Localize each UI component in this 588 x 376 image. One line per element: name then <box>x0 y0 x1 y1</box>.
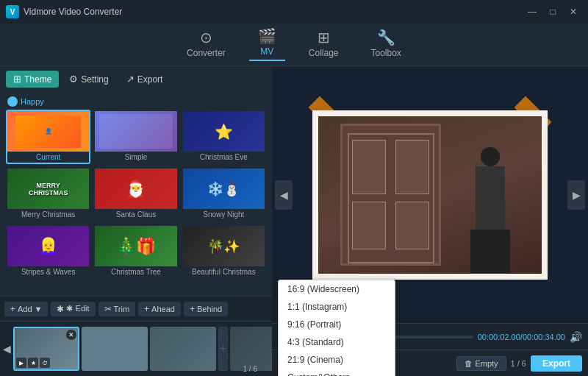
preview-img-inner <box>318 116 542 274</box>
theme-item-stripes-waves[interactable]: 👱‍♀️ Stripes & Waves <box>6 224 90 279</box>
tab-toolbox-label: Toolbox <box>371 48 401 58</box>
filmstrip-empty[interactable]: + <box>218 327 228 371</box>
theme-item-merry-christmas[interactable]: MERRYCHRISTMAS Merry Christmas <box>6 167 90 221</box>
theme-item-christmas-eve[interactable]: ⭐ Christmas Eve <box>182 110 266 164</box>
left-panel: ⊞ Theme ⚙ Setting ↗ Export Happy <box>0 66 272 376</box>
add-button[interactable]: + Add ▼ <box>4 302 48 316</box>
theme-row-3: 👱‍♀️ Stripes & Waves 🎄🎁 Christmas Tree 🎋… <box>3 223 269 280</box>
tab-collage-label: Collage <box>309 48 339 58</box>
merry-christmas-text: MERRYCHRISTMAS <box>27 180 70 198</box>
theme-item-current[interactable]: 👤 Current <box>6 110 90 164</box>
preview-nav-left[interactable]: ◀ <box>275 180 293 210</box>
theme-row-2: MERRYCHRISTMAS Merry Christmas 🎅 Santa C… <box>3 166 269 223</box>
theme-item-snowy-night[interactable]: ❄️⛄ Snowy Night <box>182 167 266 221</box>
filmstrip-nav-left[interactable]: ◀ <box>3 322 11 376</box>
theme-name-christmas-eve: Christmas Eve <box>200 152 248 163</box>
time-current: 00:00:02.00 <box>478 333 520 341</box>
edit-button[interactable]: ✱ ✱ Edit <box>51 302 95 316</box>
subtab-export-label: Export <box>137 74 163 85</box>
tab-collage[interactable]: ⊞ Collage <box>300 26 348 61</box>
trash-icon: 🗑 <box>465 359 473 368</box>
toolbox-icon: 🔧 <box>377 29 395 46</box>
theme-section-happy: Happy <box>3 95 269 108</box>
dropdown-item-instagram[interactable]: 1:1 (Instagram) <box>279 298 395 316</box>
filmstrip-item-1[interactable]: ✕ ▶ ★ ⏱ <box>13 327 79 371</box>
maximize-button[interactable]: □ <box>544 4 562 19</box>
close-button[interactable]: ✕ <box>564 4 582 19</box>
subtab-export[interactable]: ↗ Export <box>119 71 171 88</box>
count-badge: 1 / 6 <box>511 359 526 368</box>
trim-button[interactable]: ✂ Trim <box>98 302 136 316</box>
theme-item-christmas-tree[interactable]: 🎄🎁 Christmas Tree <box>93 224 178 279</box>
export-button[interactable]: Export <box>531 355 582 372</box>
theme-name-merry-christmas: Merry Christmas <box>21 209 75 220</box>
tab-converter-label: Converter <box>187 48 226 58</box>
tab-toolbox[interactable]: 🔧 Toolbox <box>362 26 410 61</box>
ahead-icon: + <box>144 304 149 314</box>
titlebar-controls[interactable]: — □ ✕ <box>523 4 582 19</box>
theme-name-snowy-night: Snowy Night <box>203 209 244 220</box>
trim-label: Trim <box>114 305 130 313</box>
setting-icon: ⚙ <box>69 74 78 85</box>
app-logo: V <box>6 5 19 18</box>
filmstrip-remove-1[interactable]: ✕ <box>66 330 76 340</box>
action-bar: 16:9 16:9 (Widescreen) 1:1 (Instagram) 9… <box>272 350 588 376</box>
titlebar: V Vidmore Video Converter — □ ✕ <box>0 0 588 24</box>
happy-label: Happy <box>21 97 44 106</box>
dropdown-item-cinema[interactable]: 21:9 (Cinema) <box>279 351 395 369</box>
collage-icon: ⊞ <box>318 29 330 46</box>
subtab-setting[interactable]: ⚙ Setting <box>62 71 115 88</box>
preview-image <box>312 110 548 280</box>
behind-button[interactable]: + Behind <box>184 302 228 316</box>
ratio-dropdown-container: 16:9 16:9 (Widescreen) 1:1 (Instagram) 9… <box>278 357 315 370</box>
add-dropdown-icon: ▼ <box>35 305 43 313</box>
dropdown-item-custom[interactable]: Custom&Others <box>279 369 395 377</box>
theme-thumb-christmas-eve: ⭐ <box>183 111 265 152</box>
theme-thumb-merry-christmas: MERRYCHRISTMAS <box>7 169 89 209</box>
theme-name-santa-claus: Santa Claus <box>116 209 156 220</box>
edit-icon: ✱ <box>57 304 64 314</box>
theme-item-santa-claus[interactable]: 🎅 Santa Claus <box>93 167 178 221</box>
converter-icon: ⊙ <box>200 29 212 46</box>
trim-icon: ✂ <box>104 304 112 314</box>
subtab-theme[interactable]: ⊞ Theme <box>6 71 59 88</box>
theme-item-simple[interactable]: Simple <box>93 110 178 164</box>
time-total: 00:00:34.00 <box>523 333 565 341</box>
dropdown-item-portrait[interactable]: 9:16 (Portrait) <box>279 316 395 333</box>
filmstrip-item-3[interactable] <box>150 327 216 371</box>
star-ctrl-btn[interactable]: ★ <box>28 358 38 368</box>
preview-frame <box>312 110 548 280</box>
ratio-dropdown: 16:9 (Widescreen) 1:1 (Instagram) 9:16 (… <box>278 280 395 377</box>
subtab-theme-label: Theme <box>24 74 51 85</box>
theme-thumb-snowy-night: ❄️⛄ <box>183 169 265 209</box>
theme-name-beautiful-christmas: Beautiful Christmas <box>192 266 256 277</box>
filmstrip-item-2[interactable] <box>82 327 148 371</box>
dropdown-item-widescreen[interactable]: 16:9 (Widescreen) <box>279 280 395 298</box>
theme-icon: ⊞ <box>13 74 21 85</box>
empty-button[interactable]: 🗑 Empty <box>456 356 506 371</box>
theme-thumb-simple <box>95 111 176 152</box>
tab-converter[interactable]: ⊙ Converter <box>178 26 234 61</box>
add-icon: + <box>10 304 15 314</box>
ahead-button[interactable]: + Ahead <box>138 302 181 316</box>
theme-name-stripes-waves: Stripes & Waves <box>21 266 76 277</box>
tab-mv[interactable]: 🎬 MV <box>249 24 285 61</box>
preview-nav-right[interactable]: ▶ <box>567 180 585 210</box>
theme-grid: Happy 👤 Current Simple <box>0 92 272 296</box>
theme-name-simple: Simple <box>125 152 148 163</box>
play-ctrl-btn[interactable]: ▶ <box>16 358 26 368</box>
filmstrip-controls-1: ▶ ★ ⏱ <box>16 358 50 368</box>
theme-thumb-christmas-tree: 🎄🎁 <box>95 226 176 266</box>
minimize-button[interactable]: — <box>523 4 541 19</box>
main-content: ⊞ Theme ⚙ Setting ↗ Export Happy <box>0 66 588 376</box>
right-panel: ◀ <box>272 66 588 376</box>
clock-ctrl-btn[interactable]: ⏱ <box>40 358 50 368</box>
theme-name-current: Current <box>36 152 60 163</box>
add-label: Add <box>18 305 32 313</box>
tab-mv-label: MV <box>260 46 273 57</box>
app-title: Vidmore Video Converter <box>24 7 122 17</box>
theme-item-beautiful-christmas[interactable]: 🎋✨ Beautiful Christmas <box>182 224 266 279</box>
volume-icon[interactable]: 🔊 <box>570 331 582 343</box>
dropdown-item-standard[interactable]: 4:3 (Standard) <box>279 333 395 351</box>
ahead-label: Ahead <box>151 305 175 313</box>
